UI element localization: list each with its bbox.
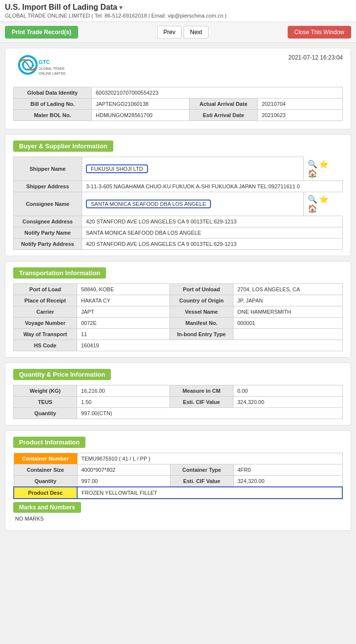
top-bar: U.S. Import Bill of Lading Data ▾ GLOBAL… [0, 0, 356, 22]
svg-text:GLOBAL TRADE: GLOBAL TRADE [39, 67, 65, 70]
container-size-value: 4000*907*802 [77, 464, 170, 475]
prev-button[interactable]: Prev [157, 26, 182, 39]
actual-arrival-label: Actual Arrival Date [189, 99, 258, 110]
place-of-receipt-value: HAKATA CY [77, 295, 170, 306]
container-number-value: TEMU9675910 ( 41 / L / PP ) [77, 453, 342, 464]
esti-cif-value: 324,320.00 [233, 396, 343, 407]
vessel-name-label: Vessel Name [170, 306, 233, 317]
hs-code-row: HS Code 160419 [14, 340, 343, 351]
quantity-row: Quantity 997.00(CTN) [14, 407, 343, 419]
weight-kg-value: 16,216.00 [77, 385, 170, 396]
port-of-load-label: Port of Load [14, 283, 77, 295]
consignee-address-label: Consignee Address [14, 216, 82, 227]
way-of-transport-value: 11 [77, 328, 170, 340]
shipper-address-value: 3-11-3-605 NAGAHAMA CHUO-KU FUKUOK A-SHI… [82, 181, 343, 192]
teus-label: TEUS [14, 396, 77, 407]
quantity-value: 997.00(CTN) [77, 407, 343, 419]
consignee-name-value: SANTA MONICA SEAFOOD DBA LOS ANGELE [82, 192, 304, 216]
quantity-label: Quantity [14, 407, 77, 419]
search-icon[interactable]: 🔍 [308, 160, 317, 168]
marks-section: Marks and Numbers NO MARKS [13, 502, 343, 524]
voyage-row: Voyage Number 0072E Manifest No. 000001 [14, 317, 343, 328]
consignee-star-icon[interactable]: ⭐ [319, 195, 329, 203]
global-data-value: 600320210707000554223 [92, 87, 343, 99]
notify-party-name-label: Notify Party Name [14, 227, 82, 238]
bol-label: Bill of Lading No. [14, 99, 92, 110]
print-button[interactable]: Print Trade Record(s) [5, 26, 78, 39]
weight-kg-label: Weight (KG) [14, 385, 77, 396]
container-size-label: Container Size [14, 464, 77, 475]
country-of-origin-label: Country of Origin [170, 295, 233, 306]
master-bol-label: Mater BOL No. [14, 110, 92, 121]
measure-cm-value: 0.00 [233, 385, 343, 396]
transportation-section: Transportation Information Port of Load … [5, 261, 351, 358]
transportation-table: Port of Load 58840, KOBE Port of Unload … [13, 283, 343, 351]
shipper-name-value: FUKUSUI SHOJI LTD [82, 157, 304, 181]
product-quantity-row: Quantity 997.00 Esti. CIF Value 324,320.… [14, 475, 342, 487]
star-icon[interactable]: ⭐ [319, 160, 329, 168]
carrier-value: JAPT [77, 306, 170, 317]
place-of-receipt-label: Place of Receipt [14, 295, 77, 306]
main-content: GTC GLOBAL TRADE ONLINE LIMITED 2021-07-… [0, 43, 356, 541]
inbond-entry-value [233, 328, 343, 340]
weight-row: Weight (KG) 16,216.00 Measure in CM 0.00 [14, 385, 343, 396]
product-esti-cif-value: 324,320.00 [233, 475, 342, 487]
consignee-address-row: Consignee Address 420 STANFORD AVE LOS A… [14, 216, 343, 227]
global-data-label: Global Data Identity [14, 87, 92, 99]
marks-value: NO MARKS [13, 513, 343, 524]
container-type-label: Container Type [170, 464, 233, 475]
inbond-entry-label: In-bond Entry Type [170, 328, 233, 340]
port-of-load-value: 58840, KOBE [77, 283, 170, 295]
notify-party-name-value: SANTA MONICA SEAFOOD DBA LOS ANGELE [82, 227, 343, 238]
product-desc-row: Product Desc FROZEN YELLOWTAIL FILLET [14, 487, 342, 499]
identity-table: Global Data Identity 6003202107070005542… [13, 87, 343, 121]
product-section: Product Information Container Number TEM… [5, 430, 351, 531]
logo-area: GTC GLOBAL TRADE ONLINE LIMITED [13, 54, 72, 81]
quantity-price-title: Quantity & Price Information [13, 369, 111, 380]
notify-party-address-value: 420 STANFORD AVE LOS ANGELES CA 9 0013TE… [82, 238, 343, 249]
shipper-name-row: Shipper Name FUKUSUI SHOJI LTD 🔍 ⭐ 🏠 [14, 157, 343, 181]
teus-row: TEUS 1.50 Esti. CIF Value 324,320.00 [14, 396, 343, 407]
voyage-number-label: Voyage Number [14, 317, 77, 328]
shipper-address-row: Shipper Address 3-11-3-605 NAGAHAMA CHUO… [14, 181, 343, 192]
svg-text:ONLINE LIMITED: ONLINE LIMITED [39, 72, 66, 75]
notify-party-address-label: Notify Party Address [14, 238, 82, 249]
title-arrow: ▾ [119, 3, 123, 11]
manifest-no-value: 000001 [233, 317, 343, 328]
port-of-unload-value: 2704, LOS ANGELES, CA [233, 283, 343, 295]
container-size-row: Container Size 4000*907*802 Container Ty… [14, 464, 342, 475]
manifest-no-label: Manifest No. [170, 317, 233, 328]
product-quantity-label: Quantity [14, 475, 77, 487]
consignee-name-row: Consignee Name SANTA MONICA SEAFOOD DBA … [14, 192, 343, 216]
home-icon[interactable]: 🏠 [308, 169, 317, 178]
measure-cm-label: Measure in CM [170, 385, 233, 396]
bol-value: JAPTENGO21060138 [92, 99, 189, 110]
notify-party-address-row: Notify Party Address 420 STANFORD AVE LO… [14, 238, 343, 249]
esti-cif-label: Esti. CIF Value [170, 396, 233, 407]
hs-code-value: 160419 [77, 340, 343, 351]
next-button[interactable]: Next [184, 26, 209, 39]
product-table: Container Number TEMU9675910 ( 41 / L / … [13, 453, 343, 499]
product-title: Product Information [13, 437, 85, 448]
product-desc-value: FROZEN YELLOWTAIL FILLET [77, 487, 342, 499]
place-of-receipt-row: Place of Receipt HAKATA CY Country of Or… [14, 295, 343, 306]
close-window-button[interactable]: Close This Window [288, 26, 351, 39]
consignee-home-icon[interactable]: 🏠 [308, 204, 317, 213]
container-type-value: 4FR0 [233, 464, 342, 475]
teus-value: 1.50 [77, 396, 170, 407]
esti-arrival-label: Esti Arrival Date [189, 110, 258, 121]
consignee-address-value: 420 STANFORD AVE LOS ANGELES CA 9 0013TE… [82, 216, 343, 227]
hs-code-label: HS Code [14, 340, 77, 351]
company-info: GLOBAL TRADE ONLINE LIMITED ( Tel: 86-51… [5, 13, 351, 19]
shipper-name-label: Shipper Name [14, 157, 82, 181]
port-of-load-row: Port of Load 58840, KOBE Port of Unload … [14, 283, 343, 295]
transportation-title: Transportation Information [13, 267, 106, 279]
consignee-search-icon[interactable]: 🔍 [308, 195, 317, 203]
buyer-supplier-table: Shipper Name FUKUSUI SHOJI LTD 🔍 ⭐ 🏠 Shi… [13, 157, 343, 250]
container-number-row: Container Number TEMU9675910 ( 41 / L / … [14, 453, 342, 464]
actual-arrival-value: 20210704 [258, 99, 343, 110]
notify-party-name-row: Notify Party Name SANTA MONICA SEAFOOD D… [14, 227, 343, 238]
shipper-icons: 🔍 ⭐ 🏠 [304, 157, 343, 181]
buyer-supplier-title: Buyer & Supplier Information [13, 141, 113, 152]
carrier-row: Carrier JAPT Vessel Name ONE HAMMERSMITH [14, 306, 343, 317]
